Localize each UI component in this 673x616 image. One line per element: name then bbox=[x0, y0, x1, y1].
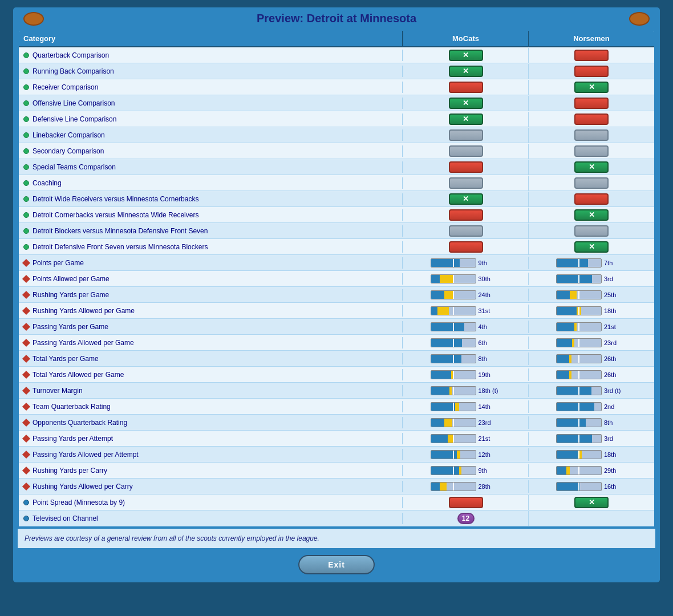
row-team2-cell: ✕ bbox=[529, 160, 654, 175]
bullet-diamond-icon bbox=[22, 450, 30, 458]
stat-bar-center-line bbox=[578, 451, 579, 459]
row-category-label: Opponents Quarterback Rating bbox=[33, 419, 127, 427]
row-category-label: Total Yards per Game bbox=[33, 355, 99, 363]
stat-bar bbox=[431, 338, 476, 347]
stat-bar-center-line bbox=[578, 323, 579, 331]
stat-rank-label: 7th bbox=[604, 260, 627, 266]
stat-bar-blue-fill bbox=[431, 419, 444, 427]
stat-bar-yellow-fill bbox=[459, 467, 461, 475]
row-team1-cell: 18th (t) bbox=[403, 384, 529, 397]
row-team1-cell: ✕ bbox=[403, 64, 529, 79]
row-category-label: Point Spread (Minnesota by 9) bbox=[33, 499, 125, 506]
row-team1-cell: 9th bbox=[403, 257, 529, 269]
stat-bar bbox=[556, 450, 602, 459]
row-team2-cell: ✕ bbox=[529, 495, 654, 510]
row-category-label: Passing Yards Allowed per Game bbox=[33, 339, 134, 347]
stat-bar-blue-fill bbox=[557, 259, 588, 267]
row-team1-cell: 12th bbox=[403, 448, 529, 461]
stat-bar-blue-fill bbox=[431, 323, 465, 331]
bullet-circle-icon bbox=[23, 196, 29, 202]
stat-bar-blue-fill bbox=[557, 339, 572, 347]
comparison-badge: ✕ bbox=[449, 98, 483, 109]
stat-bar-yellow-fill bbox=[570, 291, 577, 299]
row-category-label: Rushing Yards per Carry bbox=[33, 467, 107, 475]
table-row: Secondary Comparison bbox=[19, 143, 654, 159]
stat-bar-center-line bbox=[578, 387, 579, 395]
stat-bar-yellow-fill bbox=[455, 403, 459, 411]
exit-button-container: Exit bbox=[18, 548, 655, 578]
stat-bar bbox=[431, 274, 476, 283]
stat-bar bbox=[431, 434, 476, 443]
stat-bar bbox=[431, 370, 476, 379]
stat-bar-blue-fill bbox=[557, 403, 594, 411]
table-row: Total Yards Allowed per Game19th26th bbox=[19, 367, 654, 383]
bullet-diamond-icon bbox=[22, 386, 30, 394]
stat-bar bbox=[431, 354, 476, 363]
stat-bar-blue-fill bbox=[557, 355, 569, 363]
stat-bar-center-line bbox=[578, 339, 579, 347]
row-team1-cell bbox=[403, 240, 529, 254]
bullet-circle-blue-icon bbox=[23, 500, 29, 505]
comparison-badge bbox=[574, 66, 609, 77]
stat-bar-center-line bbox=[578, 291, 579, 299]
stat-bar-container: 21st bbox=[431, 434, 501, 443]
row-category-label: Passing Yards per Attempt bbox=[33, 435, 113, 443]
stat-bar-center-line bbox=[453, 323, 454, 331]
row-team1-cell bbox=[403, 128, 529, 143]
row-category: Televised on Channel bbox=[19, 513, 403, 524]
tv-channel-badge: 12 bbox=[457, 513, 475, 524]
stat-bar-blue-fill bbox=[557, 323, 574, 331]
stat-bar-container: 29th bbox=[556, 466, 627, 475]
stat-bar-container: 14th bbox=[431, 402, 501, 411]
stat-bar-center-line bbox=[453, 291, 454, 299]
stat-bar bbox=[431, 306, 476, 315]
stat-rank-label: 12th bbox=[479, 451, 501, 458]
table-row: Detroit Wide Receivers versus Minnesota … bbox=[19, 191, 654, 207]
exit-button[interactable]: Exit bbox=[298, 555, 375, 574]
stat-bar-container: 16th bbox=[556, 482, 627, 491]
row-team1-cell: ✕ bbox=[403, 112, 529, 127]
row-team1-cell bbox=[403, 144, 529, 159]
row-team1-cell: 4th bbox=[403, 321, 529, 333]
row-team2-cell bbox=[529, 176, 654, 191]
x-mark-icon: ✕ bbox=[589, 163, 595, 171]
stat-bar-center-line bbox=[453, 467, 454, 475]
stat-rank-label: 26th bbox=[604, 355, 627, 362]
stat-bar-container: 19th bbox=[431, 370, 501, 379]
table-row: Defensive Line Comparison✕ bbox=[19, 111, 654, 127]
row-team2-cell bbox=[529, 192, 654, 206]
row-team1-cell: 9th bbox=[403, 464, 529, 477]
stat-bar-container: 30th bbox=[431, 274, 501, 283]
stat-bar-container: 3rd bbox=[556, 274, 627, 283]
stat-rank-label: 3rd bbox=[604, 275, 627, 282]
bullet-circle-icon bbox=[23, 148, 29, 154]
stat-bar-yellow-fill bbox=[566, 467, 570, 475]
row-category-label: Turnover Margin bbox=[33, 387, 83, 395]
table-header: Category MoCats Norsemen bbox=[19, 31, 654, 47]
row-team1-cell bbox=[403, 224, 529, 238]
stat-bar-blue-fill bbox=[557, 451, 578, 459]
row-team2-cell bbox=[529, 48, 654, 63]
row-category-label: Detroit Cornerbacks versus Minnesota Wid… bbox=[33, 211, 198, 219]
page-title: Preview: Detroit at Minnesota bbox=[257, 12, 416, 25]
x-mark-icon: ✕ bbox=[589, 242, 595, 251]
stat-bar-container: 18th (t) bbox=[431, 386, 501, 395]
row-team2-cell bbox=[529, 64, 654, 79]
x-mark-icon: ✕ bbox=[463, 115, 469, 123]
table-row: Linebacker Comparison bbox=[19, 127, 654, 143]
stat-rank-label: 24th bbox=[479, 291, 501, 298]
table-row: Televised on Channel12 bbox=[19, 510, 654, 526]
stat-rank-label: 2nd bbox=[604, 403, 627, 410]
stat-rank-label: 23rd bbox=[479, 419, 501, 426]
stat-bar-container: 7th bbox=[556, 258, 627, 268]
table-body: Quarterback Comparison✕Running Back Comp… bbox=[19, 47, 654, 526]
header-team1: MoCats bbox=[403, 31, 529, 46]
stat-bar-center-line bbox=[453, 483, 454, 491]
row-team1-cell: 31st bbox=[403, 305, 529, 317]
stat-bar-center-line bbox=[578, 355, 579, 363]
bullet-diamond-icon bbox=[22, 370, 30, 378]
row-team1-cell: 19th bbox=[403, 368, 529, 381]
comparison-badge bbox=[449, 82, 483, 93]
bullet-diamond-icon bbox=[22, 306, 30, 314]
row-category: Rushing Yards Allowed per Game bbox=[19, 305, 403, 317]
